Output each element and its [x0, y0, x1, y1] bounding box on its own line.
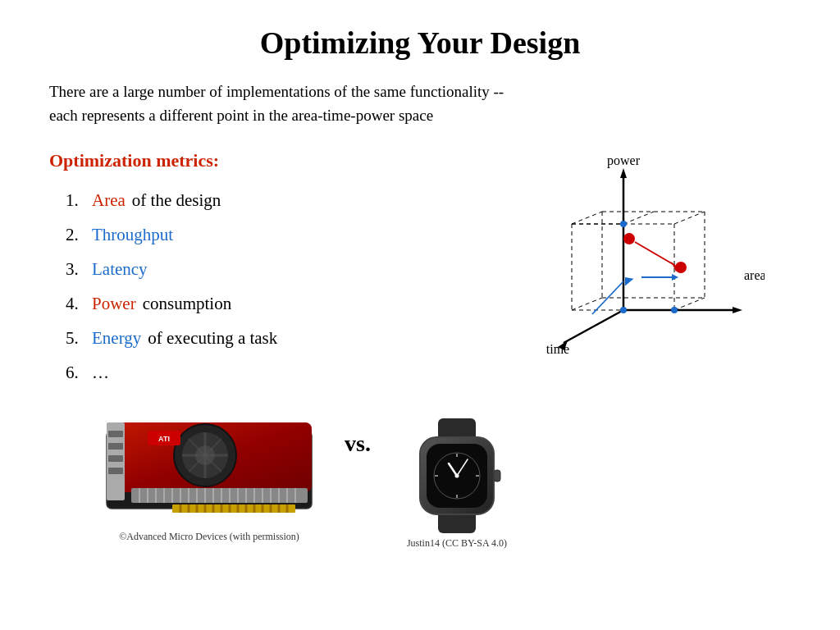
- svg-rect-48: [108, 443, 123, 450]
- vs-label: vs.: [320, 431, 395, 457]
- list-item: 5. Energy of executing a task: [66, 321, 476, 355]
- gpu-illustration: ATI: [98, 406, 320, 529]
- intro-paragraph: There are a large number of implementati…: [49, 80, 509, 127]
- metric-highlight: Power: [92, 286, 136, 321]
- svg-rect-47: [108, 431, 123, 437]
- metrics-list: 1. Area of the design 2. Throughput 3. L…: [49, 183, 476, 390]
- metric-rest: consumption: [143, 286, 232, 321]
- metric-rest: …: [92, 355, 109, 390]
- content-area: Optimization metrics: 1. Area of the des…: [49, 150, 791, 390]
- gpu-section: ATI: [98, 406, 320, 543]
- svg-line-4: [564, 310, 623, 343]
- svg-line-14: [623, 212, 654, 224]
- slide: Optimizing Your Design There are a large…: [0, 0, 840, 630]
- metric-highlight: Energy: [92, 321, 141, 355]
- watch-caption: Justin14 (CC BY-SA 4.0): [407, 537, 507, 550]
- svg-point-33: [620, 221, 627, 227]
- list-item: 4. Power consumption: [66, 286, 476, 321]
- list-number: 4.: [66, 286, 85, 321]
- optimization-heading: Optimization metrics:: [49, 150, 476, 171]
- svg-line-13: [572, 212, 602, 224]
- power-label: power: [607, 153, 641, 168]
- list-number: 5.: [66, 321, 85, 355]
- list-item: 2. Throughput: [66, 217, 476, 252]
- metric-highlight: Throughput: [92, 217, 173, 252]
- svg-rect-72: [172, 504, 295, 513]
- svg-text:ATI: ATI: [158, 435, 170, 443]
- svg-rect-99: [494, 470, 500, 482]
- watch-illustration: [395, 414, 518, 537]
- svg-line-28: [635, 242, 674, 265]
- svg-rect-49: [108, 455, 123, 462]
- list-number: 1.: [66, 183, 85, 217]
- list-number: 2.: [66, 217, 85, 252]
- list-number: 6.: [66, 355, 85, 390]
- svg-rect-50: [108, 468, 123, 474]
- svg-point-31: [620, 307, 627, 313]
- svg-point-98: [454, 474, 459, 478]
- metric-highlight: Latency: [92, 252, 148, 286]
- metric-highlight: Area: [92, 183, 126, 217]
- svg-point-30: [675, 262, 687, 273]
- watch-section: Justin14 (CC BY-SA 4.0): [395, 414, 518, 550]
- left-column: Optimization metrics: 1. Area of the des…: [49, 150, 476, 390]
- svg-point-32: [671, 307, 678, 313]
- svg-marker-3: [733, 307, 742, 313]
- svg-line-15: [674, 212, 705, 224]
- bottom-row: ATI: [49, 406, 791, 550]
- svg-marker-1: [620, 168, 627, 178]
- list-item: 3. Latency: [66, 252, 476, 286]
- metric-rest: of the design: [132, 183, 221, 217]
- right-column: power area time: [476, 150, 791, 367]
- metric-rest: of executing a task: [148, 321, 277, 355]
- svg-point-27: [623, 233, 635, 244]
- svg-rect-51: [131, 488, 308, 503]
- page-title: Optimizing Your Design: [49, 25, 791, 61]
- cube-diagram: power area time: [502, 150, 765, 367]
- list-number: 3.: [66, 252, 85, 286]
- list-item: 6. …: [66, 355, 476, 390]
- cube-svg: power area time: [502, 150, 765, 363]
- gpu-caption: ©Advanced Micro Devices (with permission…: [119, 531, 299, 543]
- area-label: area: [744, 268, 765, 282]
- list-item: 1. Area of the design: [66, 183, 476, 217]
- svg-line-17: [674, 298, 705, 310]
- svg-marker-26: [672, 274, 678, 281]
